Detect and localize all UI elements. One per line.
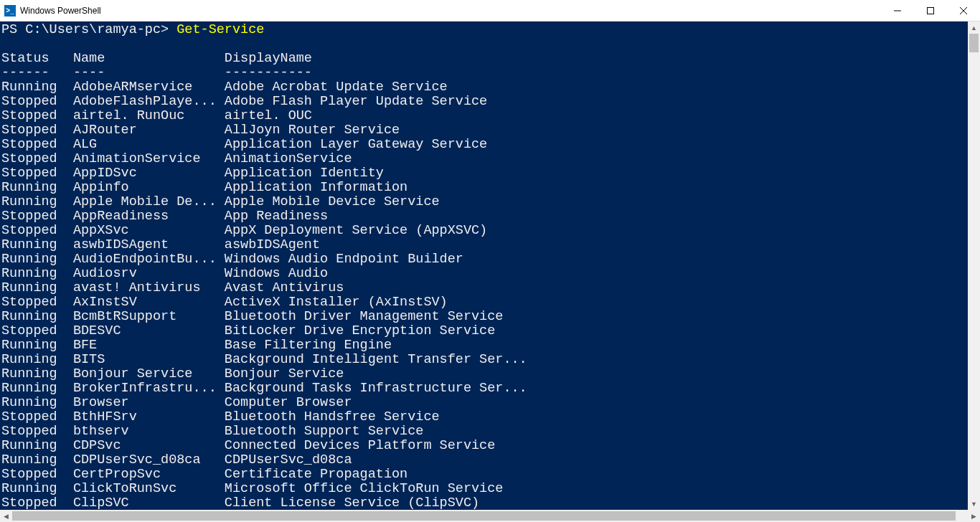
service-row: Running BrokerInfrastru... Background Ta…: [1, 381, 968, 396]
service-row: Stopped CertPropSvc Certificate Propagat…: [1, 468, 968, 482]
service-row: Running CDPUserSvc_d08ca CDPUserSvc_d08c…: [1, 453, 968, 468]
service-row: Running BFE Base Filtering Engine: [1, 338, 968, 353]
service-row: Running CDPSvc Connected Devices Platfor…: [1, 439, 968, 453]
service-row: Stopped AppReadiness App Readiness: [1, 209, 968, 224]
service-row: Running AdobeARMservice Adobe Acrobat Up…: [1, 80, 968, 95]
column-header-row: Status Name DisplayName: [1, 52, 968, 66]
service-row: Running Apple Mobile De... Apple Mobile …: [1, 195, 968, 209]
console-area: PS C:\Users\ramya-pc> Get-Service Status…: [0, 22, 980, 510]
scroll-left-button[interactable]: ◀: [0, 510, 12, 522]
column-rule-row: ------ ---- -----------: [1, 66, 968, 80]
service-row: Stopped AppXSvc AppX Deployment Service …: [1, 224, 968, 238]
service-row: Stopped AdobeFlashPlaye... Adobe Flash P…: [1, 95, 968, 109]
service-row: Stopped ALG Application Layer Gateway Se…: [1, 138, 968, 152]
blank-line: [1, 37, 968, 52]
vertical-scrollbar[interactable]: ▲ ▼: [968, 22, 980, 510]
service-row: Running Browser Computer Browser: [1, 396, 968, 410]
service-row: Running Audiosrv Windows Audio: [1, 267, 968, 281]
powershell-icon: >_: [4, 5, 16, 16]
horizontal-scroll-thumb[interactable]: [12, 511, 956, 521]
window-titlebar: >_ Windows PowerShell: [0, 0, 980, 22]
close-button[interactable]: [947, 0, 980, 22]
service-row: Stopped AnimationService AnimationServic…: [1, 152, 968, 166]
service-row: Stopped bthserv Bluetooth Support Servic…: [1, 424, 968, 439]
service-row: Stopped AppIDSvc Application Identity: [1, 166, 968, 181]
service-row: Running Appinfo Application Information: [1, 181, 968, 195]
service-row: Running BITS Background Intelligent Tran…: [1, 353, 968, 367]
service-row: Running avast! Antivirus Avast Antivirus: [1, 281, 968, 295]
prompt-text: PS C:\Users\ramya-pc>: [1, 22, 176, 37]
vertical-scroll-thumb[interactable]: [969, 34, 979, 52]
service-row: Running AudioEndpointBu... Windows Audio…: [1, 252, 968, 267]
scroll-down-button[interactable]: ▼: [968, 498, 980, 510]
service-row: Running ClickToRunSvc Microsoft Office C…: [1, 482, 968, 496]
service-row: Running BcmBtRSupport Bluetooth Driver M…: [1, 310, 968, 324]
svg-rect-1: [928, 7, 934, 14]
service-row: Stopped ClipSVC Client License Service (…: [1, 496, 968, 510]
console-output[interactable]: PS C:\Users\ramya-pc> Get-Service Status…: [0, 22, 968, 510]
maximize-button[interactable]: [914, 0, 947, 22]
service-row: Stopped BDESVC BitLocker Drive Encryptio…: [1, 324, 968, 338]
service-row: Stopped AxInstSV ActiveX Installer (AxIn…: [1, 295, 968, 310]
service-row: Running aswbIDSAgent aswbIDSAgent: [1, 238, 968, 252]
command-text: Get-Service: [176, 22, 264, 37]
horizontal-scrollbar[interactable]: ◀ ▶: [0, 510, 980, 522]
service-row: Stopped airtel. RunOuc airtel. OUC: [1, 109, 968, 123]
service-row: Running Bonjour Service Bonjour Service: [1, 367, 968, 381]
prompt-line: PS C:\Users\ramya-pc> Get-Service: [1, 23, 968, 37]
scroll-up-button[interactable]: ▲: [968, 22, 980, 34]
service-row: Stopped AJRouter AllJoyn Router Service: [1, 123, 968, 138]
minimize-button[interactable]: [881, 0, 914, 22]
scroll-right-button[interactable]: ▶: [968, 510, 980, 522]
window-title: Windows PowerShell: [20, 6, 101, 16]
service-row: Stopped BthHFSrv Bluetooth Handsfree Ser…: [1, 410, 968, 424]
